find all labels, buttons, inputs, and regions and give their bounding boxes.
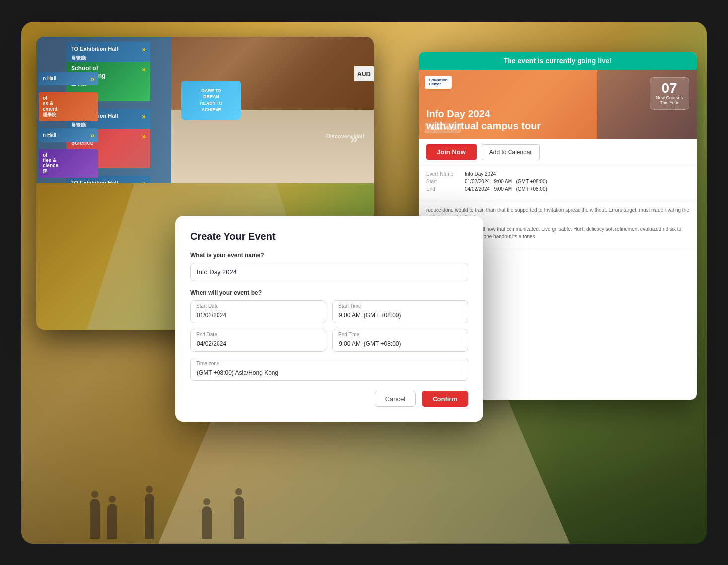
sign-5-arrow: »	[142, 179, 146, 183]
event-name-input[interactable]	[190, 263, 468, 281]
partial-sign-2: of ss & ement 理學院	[39, 92, 98, 121]
partial-sign-1: n Hall»	[39, 72, 98, 85]
person-4	[202, 506, 212, 539]
join-now-button[interactable]: Join Now	[426, 144, 477, 160]
person-5	[234, 496, 244, 539]
when-label: When will your event be?	[190, 289, 468, 296]
sign-2-arrow: »	[142, 65, 146, 74]
modal-when-group: When will your event be? Start Date Star…	[190, 289, 468, 381]
sign-4-arrow: »	[142, 132, 146, 141]
sign-3-arrow: »	[142, 112, 146, 121]
modal-title: Create Your Event	[190, 231, 468, 242]
start-time-field: Start Time	[332, 300, 468, 323]
start-time-label: Start Time	[338, 303, 361, 309]
sign-1-chinese: 展覽廳	[71, 55, 146, 61]
person-3	[145, 494, 154, 539]
event-live-banner: The event is currently going live!	[419, 52, 697, 70]
timezone-label: Time zone	[196, 361, 219, 366]
event-name-label: What is your event name?	[190, 252, 468, 259]
nav-sign-exhibition-1[interactable]: TO Exhibition Hall » 展覽廳	[66, 42, 150, 64]
cancel-button[interactable]: Cancel	[375, 391, 416, 407]
create-event-modal: Create Your Event What is your event nam…	[175, 216, 483, 422]
end-date-field: End Date	[190, 329, 326, 352]
indoor-scene: DARE TODREAMREADY TOACHIEVE Discovery Ha…	[171, 37, 374, 183]
event-logo: Education Center	[425, 76, 452, 89]
partial-left-signs: n Hall» of ss & ement 理學院 n Hall» of tie…	[39, 72, 98, 181]
event-details-section: Event Name Info Day 2024 Start 01/02/202…	[419, 165, 697, 200]
start-datetime-grid: Start Date Start Time	[190, 300, 468, 323]
discovery-hall-label: Discovery Hall	[326, 133, 364, 139]
event-badge: 07 New Courses This Year	[650, 77, 689, 110]
start-date-field: Start Date	[190, 300, 326, 323]
partial-sign-4: of ties & cience 院	[39, 149, 98, 178]
sign-1-arrow: »	[142, 45, 146, 54]
indoor-floor	[171, 110, 374, 183]
learn-more-button[interactable]: Learn More	[425, 123, 461, 133]
timezone-field: Time zone	[190, 358, 468, 381]
right-arrows: »	[350, 131, 358, 147]
event-header-image: Education Center Info Day 2024 with virt…	[419, 70, 697, 139]
start-date-label: Start Date	[196, 303, 218, 309]
end-datetime-grid: End Date End Time	[190, 329, 468, 352]
dare-to-dream-sign: DARE TODREAMREADY TOACHIEVE	[181, 81, 241, 120]
modal-actions: Cancel Confirm	[190, 391, 468, 407]
person-2	[107, 504, 117, 539]
aud-sign: AUD	[354, 66, 374, 81]
detail-row-name: Event Name Info Day 2024	[426, 171, 689, 177]
person-1	[90, 499, 100, 539]
sign-1-label: TO Exhibition Hall	[71, 45, 118, 52]
detail-row-start: Start 01/02/2024 9:00 AM (GMT +08:00)	[426, 179, 689, 184]
confirm-button[interactable]: Confirm	[422, 391, 468, 407]
modal-event-name-group: What is your event name?	[190, 252, 468, 281]
detail-row-end: End 04/02/2024 9:00 AM (GMT +08:00)	[426, 186, 689, 192]
timezone-input[interactable]	[190, 358, 468, 381]
end-time-field: End Time	[332, 329, 468, 352]
event-actions: Join Now Add to Calendar	[419, 139, 697, 165]
partial-sign-3: n Hall»	[39, 128, 98, 142]
end-time-label: End Time	[338, 332, 359, 337]
end-date-label: End Date	[196, 332, 217, 337]
add-to-calendar-button[interactable]: Add to Calendar	[482, 144, 540, 160]
